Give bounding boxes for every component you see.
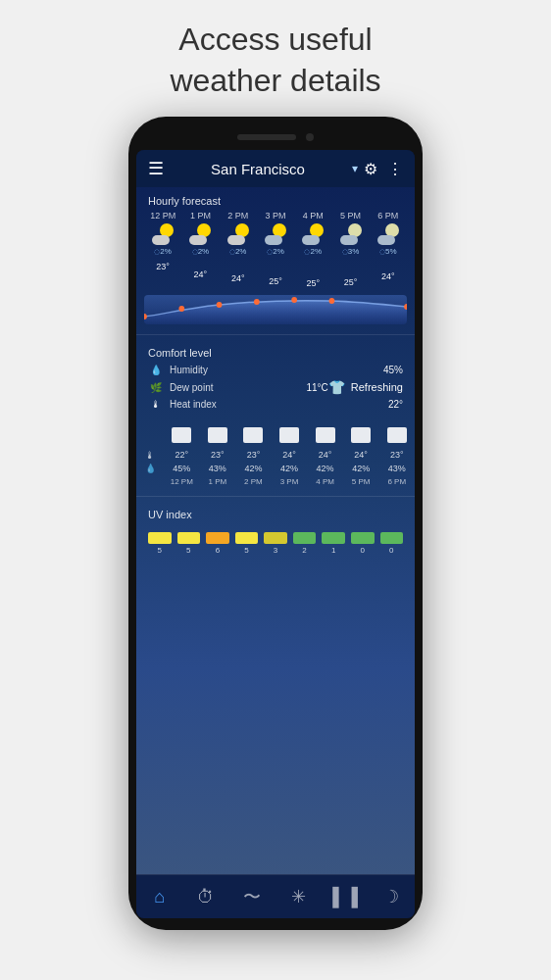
icon-col-3 (272, 425, 308, 445)
uv-bar-col-4: 3 (264, 532, 287, 555)
time-detail-col-3: 3 PM (272, 475, 308, 488)
chart-icon: 〜 (243, 885, 261, 908)
weather-icon-0 (152, 223, 174, 245)
icon-box-0 (172, 427, 191, 443)
phone-frame: ☰ San Francisco ▾ ⚙ ⋮ Hourly forecast 12… (128, 117, 423, 930)
svg-point-4 (291, 297, 297, 303)
moon-icon: ☽ (383, 886, 399, 907)
clock-icon: ⏱ (197, 887, 215, 907)
temp-label-1: 24° (194, 270, 208, 279)
rain-pct-2: ◌2% (229, 247, 247, 256)
heat-index-row: 🌡 Heat index 22° (148, 399, 403, 410)
header-actions: ⚙ ⋮ (364, 160, 403, 178)
uv-bar-1 (177, 532, 201, 544)
dew-point-row: 🌿 Dew point 11°C 👕 Refreshing (148, 379, 403, 395)
hour-label-5: 5 PM (340, 211, 361, 220)
app-header: ☰ San Francisco ▾ ⚙ ⋮ (136, 150, 415, 187)
uv-val-3: 5 (244, 546, 248, 555)
time-detail-cols: 12 PM1 PM2 PM3 PM4 PM5 PM6 PM (164, 475, 415, 488)
heat-index-label: Heat index (170, 399, 388, 410)
nav-chart[interactable]: 〜 (229, 881, 276, 912)
uv-val-5: 2 (302, 546, 306, 555)
rain-pct-6: ◌5% (379, 247, 397, 256)
uv-section: UV index 5 5 6 5 3 2 1 0 0 (136, 501, 415, 566)
menu-icon[interactable]: ☰ (148, 158, 164, 179)
hum-detail-col-3: 42% (272, 462, 308, 475)
svg-point-2 (217, 302, 223, 308)
comfort-section-title: Comfort level (148, 347, 403, 365)
nav-moon[interactable]: ☽ (369, 881, 415, 912)
uv-bar-col-2: 6 (206, 532, 229, 555)
uv-bar-col-0: 5 (148, 532, 172, 555)
weather-icon-2 (227, 223, 249, 245)
time-detail-col-4: 4 PM (307, 475, 343, 488)
humidity-icon: 💧 (148, 365, 164, 375)
home-icon: ⌂ (154, 887, 165, 907)
hum-detail-col-1: 43% (200, 462, 236, 475)
rain-pct-5: ◌3% (342, 247, 360, 256)
chart-line-area (144, 295, 407, 324)
icon-col-2 (235, 425, 272, 445)
separator-1 (136, 334, 415, 335)
icon-box-1 (208, 427, 227, 443)
hum-detail-col-6: 43% (378, 462, 415, 475)
uv-bar-6 (322, 532, 345, 544)
refreshing-label: Refreshing (351, 381, 403, 393)
nav-home[interactable]: ⌂ (136, 881, 182, 912)
temp-col-3: 25° (257, 276, 294, 293)
phone-screen: ☰ San Francisco ▾ ⚙ ⋮ Hourly forecast 12… (136, 150, 415, 918)
uv-bar-8 (380, 532, 404, 544)
temp-detail-col-0: 22° (164, 448, 200, 462)
svg-point-1 (178, 306, 184, 312)
icon-col-1 (200, 425, 236, 445)
temp-detail-col-6: 23° (378, 448, 415, 462)
hour-label-6: 6 PM (377, 211, 398, 220)
nav-bar-chart[interactable]: ▌▐ (322, 881, 368, 912)
uv-bar-col-1: 5 (177, 532, 201, 555)
nav-wind[interactable]: ✳ (276, 881, 322, 912)
shirt-icon: 👕 (328, 379, 345, 395)
uv-val-1: 5 (186, 546, 190, 555)
page-title: Access useful weather details (111, 0, 439, 117)
temp-chart: 23°24°24°25°25°25°24° (136, 258, 415, 330)
settings-icon[interactable]: ⚙ (364, 160, 377, 178)
uv-val-0: 5 (158, 546, 162, 555)
uv-bar-3 (235, 532, 259, 544)
rain-pct-4: ◌2% (304, 247, 322, 256)
svg-point-5 (329, 298, 335, 304)
weather-icon-1 (189, 223, 211, 245)
separator-2 (136, 496, 415, 497)
humidity-value: 45% (383, 365, 403, 375)
uv-bar-col-3: 5 (235, 532, 259, 555)
hour-label-1: 1 PM (190, 211, 211, 220)
temp-label-2: 24° (231, 273, 245, 283)
uv-val-2: 6 (216, 546, 220, 555)
uv-bar-2 (206, 532, 229, 544)
phone-speaker (237, 134, 296, 140)
hour-label-4: 4 PM (303, 211, 324, 220)
temp-detail-col-2: 23° (235, 448, 272, 462)
dew-point-label: Dew point (170, 382, 306, 393)
phone-camera (306, 133, 314, 141)
uv-bar-7 (351, 532, 375, 544)
uv-bars: 5 5 6 5 3 2 1 0 0 (148, 532, 403, 555)
therm-icon: 🌡 (136, 450, 164, 461)
hum-detail-col-2: 42% (235, 462, 272, 475)
temp-col-0: 23° (144, 262, 181, 293)
time-detail-col-6: 6 PM (378, 475, 415, 488)
temp-label-0: 23° (156, 262, 170, 271)
weather-icon-4 (302, 223, 324, 245)
weather-content: Hourly forecast 12 PM ◌2% 1 PM ◌2% 2 PM … (136, 187, 415, 874)
icon-detail-cols (164, 425, 415, 445)
dew-point-value: 11°C (306, 382, 327, 393)
hour-col-3: 3 PM ◌2% (257, 211, 294, 258)
temp-col-2: 24° (220, 273, 257, 293)
more-icon[interactable]: ⋮ (387, 160, 403, 178)
wind-icon: ✳ (291, 886, 306, 907)
humidity-detail-row: 💧45%43%42%42%42%42%43% (136, 462, 415, 475)
dropdown-icon[interactable]: ▾ (352, 162, 358, 175)
hour-col-6: 6 PM ◌5% (370, 211, 407, 258)
icon-col-5 (343, 425, 379, 445)
nav-clock[interactable]: ⏱ (182, 881, 228, 912)
uv-bar-4 (264, 532, 287, 544)
